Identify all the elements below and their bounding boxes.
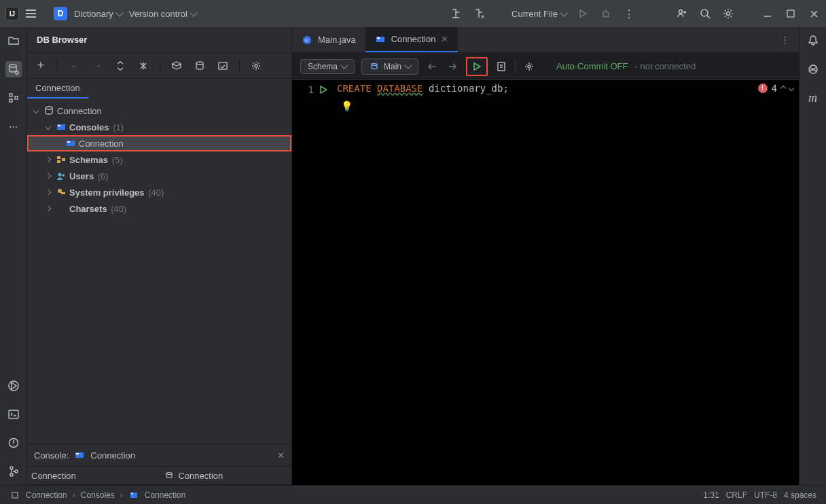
tx-rollback-icon[interactable] bbox=[446, 60, 459, 73]
collapse-all-button[interactable] bbox=[137, 59, 150, 73]
add-button[interactable]: + bbox=[34, 59, 48, 73]
tree-sysprivs[interactable]: System privileges (40) bbox=[27, 184, 291, 200]
indent-setting[interactable]: 4 spaces bbox=[784, 490, 816, 500]
svg-rect-24 bbox=[57, 156, 60, 159]
gutter-run-icon[interactable] bbox=[319, 86, 327, 94]
tabs-more-button[interactable]: ⋮ bbox=[771, 27, 799, 52]
schema-selector[interactable]: Schema bbox=[300, 59, 355, 74]
tree-console-item[interactable]: Connection bbox=[27, 135, 291, 151]
tab-connection[interactable]: Connection ✕ bbox=[365, 27, 459, 52]
explain-plan-icon[interactable] bbox=[495, 60, 508, 73]
tree-schemas[interactable]: Schemas (5) bbox=[27, 151, 291, 168]
sql-view-icon[interactable] bbox=[216, 59, 230, 73]
main-menu-button[interactable] bbox=[26, 10, 36, 18]
database-icon bbox=[10, 490, 20, 501]
debug-button[interactable] bbox=[599, 7, 613, 20]
console-icon bbox=[375, 34, 386, 45]
execute-highlight bbox=[466, 57, 488, 76]
breadcrumb-item[interactable]: Consoles bbox=[81, 490, 115, 500]
intention-bulb-icon[interactable]: 💡 bbox=[341, 101, 353, 111]
meta-icon[interactable]: m bbox=[805, 90, 821, 106]
run-config-label: Current File bbox=[511, 9, 558, 19]
tree-charsets-label: Charsets bbox=[69, 204, 107, 214]
code-editor[interactable]: 1 CREATE DATABASE dictionary_db; 💡 ! 4 bbox=[292, 80, 799, 485]
db-browser-tool-icon[interactable] bbox=[5, 61, 22, 77]
tree-root[interactable]: Connection bbox=[27, 103, 291, 119]
svg-rect-7 bbox=[10, 94, 12, 96]
chevron-down-icon bbox=[560, 9, 567, 16]
tree-console-item-label: Connection bbox=[79, 139, 124, 149]
maximize-window-icon[interactable] bbox=[784, 7, 797, 20]
tree-schemas-count: (5) bbox=[112, 155, 123, 165]
toolbar-settings-icon[interactable] bbox=[522, 60, 536, 73]
auto-commit-status[interactable]: Auto-Commit OFF bbox=[556, 61, 628, 71]
git-tool-icon[interactable] bbox=[5, 463, 22, 480]
execute-button[interactable] bbox=[470, 60, 484, 73]
forward-button[interactable]: → bbox=[90, 59, 104, 73]
database-icon bbox=[43, 105, 54, 116]
more-actions-button[interactable]: ⋮ bbox=[622, 7, 636, 20]
svg-point-0 bbox=[603, 12, 609, 17]
expand-collapse-button[interactable] bbox=[113, 59, 127, 73]
inspection-widget[interactable]: ! 4 bbox=[758, 83, 793, 94]
file-encoding[interactable]: UTF-8 bbox=[754, 490, 777, 500]
ai-assistant-icon[interactable] bbox=[805, 61, 821, 77]
settings-icon[interactable] bbox=[721, 7, 735, 20]
terminal-tool-icon[interactable] bbox=[5, 406, 22, 422]
project-badge: D bbox=[54, 7, 67, 20]
svg-rect-23 bbox=[67, 141, 70, 143]
data-view-icon[interactable] bbox=[193, 59, 206, 73]
tab-main-java[interactable]: C Main.java bbox=[292, 27, 365, 52]
breadcrumb-item[interactable]: Connection bbox=[26, 490, 67, 500]
svg-point-19 bbox=[46, 107, 52, 109]
console-icon bbox=[74, 450, 85, 461]
tree-users-count: (6) bbox=[98, 171, 109, 181]
db-tab-connection[interactable]: Connection bbox=[27, 79, 88, 98]
session-selector[interactable]: Main bbox=[361, 58, 418, 75]
more-tools-icon[interactable]: ⋯ bbox=[5, 118, 22, 134]
close-window-icon[interactable] bbox=[807, 7, 821, 20]
session-icon bbox=[369, 61, 380, 72]
svg-rect-17 bbox=[219, 62, 227, 69]
tree-consoles-count: (1) bbox=[113, 122, 124, 132]
build-icon[interactable] bbox=[449, 7, 463, 20]
svg-point-14 bbox=[10, 473, 13, 476]
run-config-dropdown[interactable]: Current File bbox=[511, 9, 567, 19]
console-col2[interactable]: Connection bbox=[160, 467, 292, 484]
problems-tool-icon[interactable] bbox=[5, 435, 22, 451]
cursor-position[interactable]: 1:31 bbox=[703, 490, 719, 500]
tree-charsets-count: (40) bbox=[111, 204, 126, 214]
tx-commit-icon[interactable] bbox=[425, 60, 439, 73]
notifications-icon[interactable] bbox=[805, 33, 821, 49]
svg-point-6 bbox=[16, 71, 18, 74]
project-dropdown[interactable]: Dictionary bbox=[74, 9, 122, 19]
project-tool-icon[interactable] bbox=[5, 33, 22, 49]
search-icon[interactable] bbox=[698, 7, 712, 20]
line-separator[interactable]: CRLF bbox=[726, 490, 747, 500]
line-number: 1 bbox=[308, 84, 314, 95]
svg-rect-26 bbox=[62, 158, 65, 161]
build-tool-icon[interactable] bbox=[472, 7, 486, 20]
svg-rect-39 bbox=[498, 62, 505, 71]
panel-settings-icon[interactable] bbox=[249, 59, 263, 73]
error-count: 4 bbox=[772, 83, 777, 94]
tree-charsets[interactable]: Charsets (40) bbox=[27, 200, 291, 217]
tree-consoles[interactable]: Consoles (1) bbox=[27, 119, 291, 135]
console-folder-icon bbox=[56, 122, 67, 132]
tree-users[interactable]: Users (6) bbox=[27, 168, 291, 184]
structure-tool-icon[interactable] bbox=[5, 90, 22, 106]
services-tool-icon[interactable] bbox=[5, 378, 22, 394]
close-tab-icon[interactable]: ✕ bbox=[441, 34, 448, 44]
vcs-dropdown[interactable]: Version control bbox=[129, 9, 196, 19]
objects-view-icon[interactable] bbox=[170, 59, 183, 73]
minimize-window-icon[interactable] bbox=[761, 7, 774, 20]
code-with-me-icon[interactable] bbox=[675, 7, 689, 20]
console-col1[interactable]: Connection bbox=[27, 467, 160, 484]
close-console-button[interactable]: ✕ bbox=[277, 450, 285, 461]
back-button[interactable]: ← bbox=[67, 59, 81, 73]
run-button[interactable] bbox=[576, 7, 590, 20]
next-error-icon[interactable] bbox=[789, 86, 794, 91]
svg-rect-4 bbox=[787, 10, 794, 17]
breadcrumb-item[interactable]: Connection bbox=[145, 490, 186, 500]
prev-error-icon[interactable] bbox=[780, 86, 786, 91]
